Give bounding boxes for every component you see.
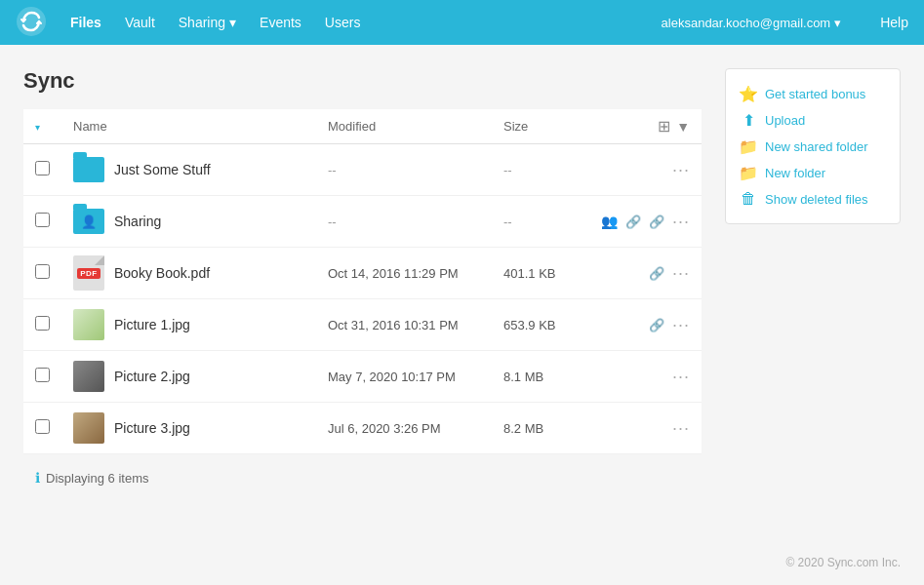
file-size: 8.1 MB — [492, 351, 589, 403]
row-checkbox[interactable] — [35, 264, 50, 279]
page-title: Sync — [23, 68, 702, 94]
footer-text: © 2020 Sync.com Inc. — [785, 556, 901, 569]
header: Files Vault Sharing ▾ Events Users aleks… — [0, 0, 924, 45]
more-options-button[interactable]: ··· — [672, 315, 690, 335]
file-type-icon — [73, 361, 104, 392]
row-checkbox[interactable] — [35, 368, 50, 382]
get-started-label: Get started bonus — [765, 87, 865, 101]
table-row: Just Some Stuff----··· — [23, 144, 702, 196]
more-options-button[interactable]: ··· — [672, 212, 690, 232]
file-name[interactable]: Picture 1.jpg — [114, 317, 190, 332]
file-type-icon — [73, 309, 104, 340]
action-upload[interactable]: ⬆Upload — [740, 107, 886, 134]
file-type-icon: PDF — [73, 257, 104, 289]
logo[interactable] — [16, 6, 47, 40]
sort-arrow: ▾ — [35, 122, 40, 133]
file-modified: -- — [316, 196, 492, 248]
file-name[interactable]: Picture 2.jpg — [114, 369, 190, 384]
main-content: Sync ▾ Name Modified Size ⊞ ▼ — [0, 45, 924, 493]
th-actions: ⊞ ▼ — [589, 109, 702, 144]
file-name[interactable]: Picture 3.jpg — [114, 420, 190, 436]
new-folder-label: New folder — [765, 166, 825, 180]
show-deleted-label: Show deleted files — [765, 192, 868, 207]
sidebar: ⭐Get started bonus⬆Upload📁New shared fol… — [725, 68, 901, 493]
file-name[interactable]: Just Some Stuff — [114, 162, 211, 177]
file-size: 8.2 MB — [492, 403, 589, 454]
nav-vault[interactable]: Vault — [125, 15, 155, 30]
action-new-shared-folder[interactable]: 📁New shared folder — [740, 134, 886, 160]
table-row: Picture 2.jpgMay 7, 2020 10:17 PM8.1 MB·… — [23, 351, 702, 403]
get-started-icon: ⭐ — [740, 85, 757, 103]
user-email[interactable]: aleksandar.kocho@gmail.com ▾ — [662, 16, 842, 30]
file-size: -- — [492, 196, 589, 248]
row-checkbox[interactable] — [35, 213, 50, 227]
more-options-button[interactable]: ··· — [672, 418, 690, 439]
info-icon: ℹ — [35, 470, 40, 486]
more-options-button[interactable]: ··· — [672, 263, 690, 284]
footer: © 2020 Sync.com Inc. — [0, 540, 924, 585]
th-select-all: ▾ — [23, 109, 61, 144]
filter-icon[interactable]: ▼ — [676, 119, 690, 135]
more-options-button[interactable]: ··· — [672, 160, 690, 180]
new-shared-folder-label: New shared folder — [765, 139, 868, 154]
file-modified: -- — [316, 144, 492, 196]
action-get-started[interactable]: ⭐Get started bonus — [740, 81, 886, 107]
table-row: Picture 1.jpgOct 31, 2016 10:31 PM653.9 … — [23, 299, 702, 351]
nav-events[interactable]: Events — [260, 15, 301, 30]
file-size: 401.1 KB — [492, 248, 589, 299]
logo-icon — [16, 6, 47, 37]
chevron-down-icon: ▾ — [834, 16, 841, 30]
file-modified: Oct 14, 2016 11:29 PM — [316, 248, 492, 299]
file-name[interactable]: Sharing — [114, 214, 161, 229]
th-modified: Modified — [316, 109, 492, 144]
table-row: PDFBooky Book.pdfOct 14, 2016 11:29 PM40… — [23, 248, 702, 299]
nav-files[interactable]: Files — [70, 15, 101, 30]
more-options-button[interactable]: ··· — [672, 367, 690, 387]
file-type-icon — [73, 154, 104, 185]
share-people-icon[interactable]: 👥 — [601, 214, 618, 229]
link-icon[interactable]: 🔗 — [649, 214, 664, 229]
file-browser: Sync ▾ Name Modified Size ⊞ ▼ — [23, 68, 702, 493]
chevron-down-icon: ▾ — [229, 15, 236, 30]
file-name[interactable]: Booky Book.pdf — [114, 265, 210, 281]
status-text: Displaying 6 items — [46, 471, 149, 486]
link-icon[interactable]: 🔗 — [625, 214, 641, 229]
help-link[interactable]: Help — [880, 15, 908, 30]
main-nav: Files — [70, 15, 101, 30]
upload-label: Upload — [765, 113, 805, 128]
link-icon[interactable]: 🔗 — [649, 318, 664, 332]
row-checkbox[interactable] — [35, 316, 50, 331]
table-row: Picture 3.jpgJul 6, 2020 3:26 PM8.2 MB··… — [23, 403, 702, 454]
new-folder-icon: 📁 — [740, 164, 757, 182]
svg-point-0 — [17, 7, 46, 36]
new-shared-folder-icon: 📁 — [740, 137, 757, 156]
show-deleted-icon: 🗑 — [740, 190, 757, 208]
nav-sharing[interactable]: Sharing ▾ — [179, 15, 236, 30]
file-modified: Oct 31, 2016 10:31 PM — [316, 299, 492, 351]
status-bar: ℹ Displaying 6 items — [23, 462, 702, 493]
action-new-folder[interactable]: 📁New folder — [740, 160, 886, 186]
file-size: 653.9 KB — [492, 299, 589, 351]
row-checkbox[interactable] — [35, 419, 50, 434]
file-modified: May 7, 2020 10:17 PM — [316, 351, 492, 403]
table-row: 👤Sharing----👥🔗🔗··· — [23, 196, 702, 248]
file-type-icon: 👤 — [73, 206, 104, 237]
file-table: ▾ Name Modified Size ⊞ ▼ — [23, 109, 702, 454]
th-name: Name — [61, 109, 316, 144]
file-size: -- — [492, 144, 589, 196]
action-panel: ⭐Get started bonus⬆Upload📁New shared fol… — [725, 68, 901, 224]
file-modified: Jul 6, 2020 3:26 PM — [316, 403, 492, 454]
grid-view-icon[interactable]: ⊞ — [658, 117, 670, 136]
nav-users[interactable]: Users — [325, 15, 361, 30]
upload-icon: ⬆ — [740, 111, 757, 130]
action-show-deleted[interactable]: 🗑Show deleted files — [740, 186, 886, 212]
row-checkbox[interactable] — [35, 161, 50, 176]
file-type-icon — [73, 412, 104, 444]
th-size: Size — [492, 109, 589, 144]
link-icon[interactable]: 🔗 — [649, 266, 664, 281]
